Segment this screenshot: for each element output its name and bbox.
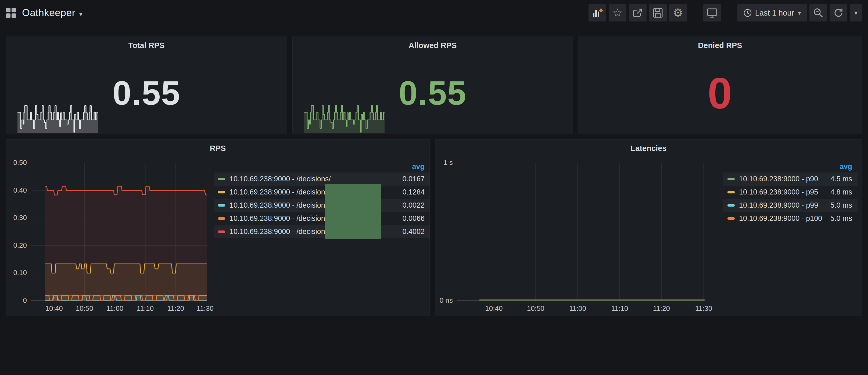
y-axis-tick-label: 0 ns [435, 296, 453, 305]
x-axis-tick-label: 11:00 [106, 304, 123, 313]
refresh-interval-dropdown[interactable]: ▾ [850, 4, 862, 22]
series-label[interactable]: 10.10.69.238:9000 - p95 [739, 188, 830, 196]
y-axis-tick-label: 0.10 [6, 269, 27, 277]
time-range-label: Last 1 hour [755, 9, 794, 18]
tv-mode-button[interactable] [703, 4, 721, 22]
gear-icon: ⚙ [673, 7, 683, 19]
panel-allowed-rps: Allowed RPS 0.55 [292, 36, 573, 133]
legend-row[interactable]: 10.10.69.238:9000 - /decisions/0.0167 [214, 173, 430, 186]
navbar-actions: ☆ ⚙ [586, 4, 862, 22]
x-axis-tick-label: 11:00 [569, 304, 586, 313]
zoom-out-button[interactable] [809, 4, 827, 22]
refresh-icon [833, 7, 844, 18]
dashboard-title[interactable]: Oathkeeper [22, 7, 75, 19]
x-axis-tick-label: 10:50 [527, 304, 545, 313]
latencies-legend: avg10.10.69.238:9000 - p904.5 ms10.10.69… [723, 161, 858, 225]
share-icon [632, 7, 643, 18]
series-avg-value: 4.5 ms [830, 175, 852, 183]
series-label[interactable]: 10.10.69.238:9000 - p90 [739, 175, 830, 183]
series-swatch-icon[interactable] [218, 217, 225, 220]
add-panel-button[interactable] [589, 4, 606, 22]
series-swatch-icon[interactable] [727, 191, 735, 193]
panel-title[interactable]: Latencies [435, 144, 862, 153]
panel-latencies: Latencies avg10.10.69.238:9000 - p904.5 … [435, 139, 862, 316]
x-axis-tick-label: 11:10 [137, 304, 154, 313]
legend-row[interactable]: 10.10.69.238:9000 - /decisions/0.1284 [214, 186, 430, 199]
series-label[interactable]: 10.10.69.238:9000 - p99 [739, 201, 830, 210]
y-axis-tick-label: 1 s [435, 158, 453, 167]
x-axis-tick-label: 11:20 [653, 304, 670, 313]
green-overlay-box [324, 184, 381, 239]
series-avg-value: 4.8 ms [830, 188, 852, 196]
navbar-left: Oathkeeper ▾ [6, 7, 83, 19]
legend-row[interactable]: 10.10.69.238:9000 - p995.0 ms [723, 199, 858, 212]
save-button[interactable] [649, 4, 667, 22]
legend-row[interactable]: 10.10.69.238:9000 - /decisions/0.0022 [214, 199, 430, 212]
series-avg-value: 0.0167 [402, 175, 425, 183]
legend-row[interactable]: 10.10.69.238:9000 - /decisions/0.4002 [214, 225, 430, 238]
series-label[interactable]: 10.10.69.238:9000 - p100 [739, 214, 830, 223]
x-axis-tick-label: 11:30 [695, 304, 712, 313]
legend-header-avg[interactable]: avg [723, 161, 858, 173]
x-axis-tick-label: 11:20 [167, 304, 184, 313]
add-panel-icon [591, 7, 603, 18]
refresh-button[interactable] [830, 4, 847, 22]
panel-denied-rps: Denied RPS 0 [578, 36, 862, 133]
refresh-interval-caret-icon: ▾ [854, 9, 858, 17]
series-avg-value: 5.0 ms [830, 201, 852, 210]
series-avg-value: 0.4002 [402, 227, 425, 236]
monitor-icon [707, 7, 718, 18]
rps-legend: avg10.10.69.238:9000 - /decisions/0.0167… [214, 161, 430, 238]
panel-title[interactable]: Allowed RPS [293, 41, 573, 50]
x-axis-tick-label: 10:40 [45, 304, 63, 313]
y-axis-tick-label: 0.40 [6, 186, 27, 194]
legend-row[interactable]: 10.10.69.238:9000 - p954.8 ms [723, 186, 858, 199]
legend-row[interactable]: 10.10.69.238:9000 - p1005.0 ms [723, 212, 858, 225]
dashboard-title-caret-icon[interactable]: ▾ [79, 8, 83, 18]
panel-rps: RPS avg10.10.69.238:9000 - /decisions/0.… [6, 139, 430, 316]
total-rps-value: 0.55 [6, 53, 287, 133]
series-swatch-icon[interactable] [218, 204, 225, 207]
series-swatch-icon[interactable] [727, 178, 735, 180]
x-axis-tick-label: 10:50 [76, 304, 93, 313]
save-icon [652, 7, 663, 18]
star-icon: ☆ [613, 7, 623, 19]
panel-title[interactable]: Denied RPS [578, 41, 862, 50]
x-axis-tick-label: 11:10 [611, 304, 628, 313]
series-avg-value: 0.1284 [402, 188, 425, 196]
settings-button[interactable]: ⚙ [669, 4, 687, 22]
panel-title[interactable]: RPS [6, 144, 429, 153]
y-axis-tick-label: 0.50 [6, 158, 27, 167]
legend-row[interactable]: 10.10.69.238:9000 - p904.5 ms [723, 173, 858, 186]
y-axis-tick-label: 0 [6, 296, 27, 305]
grafana-dashboard: { "navbar": { "title": "Oathkeeper", "ti… [0, 0, 868, 375]
y-axis-tick-label: 0.20 [6, 241, 27, 250]
dashboards-grid-icon[interactable] [6, 8, 16, 18]
zoom-out-icon [813, 7, 824, 19]
series-swatch-icon[interactable] [218, 178, 225, 180]
star-button[interactable]: ☆ [609, 4, 626, 22]
clock-icon [743, 9, 752, 17]
rps-chart-plot[interactable] [31, 163, 207, 301]
time-range-picker[interactable]: Last 1 hour ▾ [737, 4, 807, 22]
y-axis-tick-label: 0.30 [6, 214, 27, 222]
x-axis-tick-label: 10:40 [485, 304, 502, 313]
series-label[interactable]: 10.10.69.238:9000 - /decisions/ [229, 175, 402, 183]
series-swatch-icon[interactable] [727, 204, 735, 207]
share-button[interactable] [629, 4, 647, 22]
series-avg-value: 0.0066 [402, 214, 425, 223]
series-swatch-icon[interactable] [218, 230, 225, 233]
x-axis-tick-label: 11:30 [197, 304, 214, 313]
legend-header-avg[interactable]: avg [214, 161, 430, 173]
series-swatch-icon[interactable] [218, 191, 225, 193]
legend-row[interactable]: 10.10.69.238:9000 - /decisions/0.0066 [214, 212, 430, 225]
series-swatch-icon[interactable] [727, 217, 735, 220]
allowed-rps-value: 0.55 [293, 53, 573, 133]
series-avg-value: 5.0 ms [830, 214, 852, 223]
navbar: Oathkeeper ▾ ☆ [0, 0, 868, 26]
panel-total-rps: Total RPS 0.55 [6, 36, 287, 133]
latencies-chart-plot[interactable] [457, 163, 706, 301]
panel-title[interactable]: Total RPS [6, 41, 287, 50]
time-range-caret-icon: ▾ [798, 9, 801, 17]
denied-rps-value: 0 [578, 53, 862, 133]
